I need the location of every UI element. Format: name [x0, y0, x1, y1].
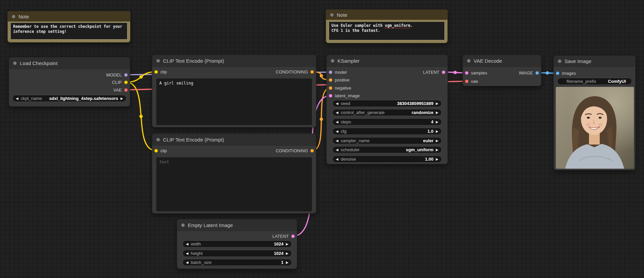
node-note-1-header[interactable]: Note — [8, 11, 130, 21]
decrement-arrow-icon[interactable]: ◀ — [186, 261, 189, 264]
model-input-port[interactable] — [329, 70, 332, 74]
image-output-port[interactable] — [535, 71, 539, 75]
input-slot-images: images — [556, 70, 576, 76]
clip-input-port[interactable] — [154, 70, 158, 74]
decrement-arrow-icon[interactable]: ◀ — [336, 148, 338, 152]
samples-input-port[interactable] — [465, 71, 469, 75]
decrement-arrow-icon[interactable]: ◀ — [336, 120, 338, 124]
widget-label: ckpt_name — [21, 96, 42, 101]
conditioning-output-port[interactable] — [310, 149, 314, 153]
decrement-arrow-icon[interactable]: ◀ — [186, 252, 189, 255]
decrement-arrow-icon[interactable]: ◀ — [336, 130, 338, 133]
increment-arrow-icon[interactable]: ▶ — [286, 252, 288, 255]
link-midpoint-dot — [320, 74, 323, 77]
node-note-2-header[interactable]: Note — [326, 10, 447, 20]
collapse-dot-icon[interactable] — [331, 59, 334, 63]
output-label: VAE — [113, 88, 122, 93]
images-input-port[interactable] — [556, 71, 559, 75]
collapse-dot-icon[interactable] — [156, 138, 160, 142]
vae-output-port[interactable] — [124, 88, 128, 92]
decrement-arrow-icon[interactable]: ◀ — [336, 111, 338, 114]
clip-output-port[interactable] — [124, 80, 128, 84]
node-title: Note — [337, 12, 347, 18]
input-label: clip — [160, 148, 167, 153]
control-after-generate-widget[interactable]: ◀ control_after_generate randomize ▶ — [332, 109, 442, 116]
cfg-widget[interactable]: ◀ cfg 1.0 ▶ — [332, 128, 442, 135]
link-clip — [126, 82, 156, 151]
ckpt-name-widget[interactable]: ◀ ckpt_name sdxl_lightning_4step.safeten… — [12, 95, 126, 102]
decrement-arrow-icon[interactable]: ◀ — [336, 139, 338, 143]
widget-value: sdxl_lightning_4step.safetensors — [49, 96, 118, 101]
node-title: CLIP Text Encode (Prompt) — [163, 58, 224, 64]
height-widget[interactable]: ◀ height 1024 ▶ — [182, 250, 292, 257]
filename-prefix-widget[interactable]: filename_prefix ComfyUI — [557, 78, 632, 85]
decrement-arrow-icon[interactable]: ◀ — [336, 158, 338, 161]
negative-prompt-textarea[interactable] — [156, 157, 312, 211]
scheduler-widget[interactable]: ◀ scheduler sgm_uniform ▶ — [332, 146, 442, 153]
positive-input-port[interactable] — [329, 78, 332, 82]
output-slot-latent: LATENT — [272, 233, 295, 239]
collapse-dot-icon[interactable] — [12, 15, 15, 18]
node-vae-decode-header[interactable]: VAE Decode — [463, 55, 541, 67]
link-midpoint-dot — [546, 71, 549, 75]
output-label: MODEL — [106, 72, 122, 77]
node-clip-text-encode-positive: CLIP Text Encode (Prompt) clip CONDITION… — [152, 55, 316, 127]
width-widget[interactable]: ◀ width 1024 ▶ — [182, 240, 292, 247]
input-label: images — [562, 71, 576, 76]
clip-input-port[interactable] — [154, 149, 158, 153]
increment-arrow-icon[interactable]: ▶ — [436, 158, 438, 161]
seed-widget[interactable]: ◀ seed 383043859951889 ▶ — [332, 100, 442, 107]
input-slot-positive: positive — [329, 77, 350, 83]
increment-arrow-icon[interactable]: ▶ — [436, 102, 438, 105]
vae-input-port[interactable] — [465, 79, 469, 83]
negative-input-port[interactable] — [329, 86, 332, 90]
output-label: CLIP — [112, 80, 122, 85]
decrement-arrow-icon[interactable]: ◀ — [336, 102, 338, 105]
output-label: IMAGE — [519, 70, 533, 75]
conditioning-output-port[interactable] — [310, 70, 314, 74]
output-slot-image: IMAGE — [519, 70, 539, 76]
increment-arrow-icon[interactable]: ▶ — [286, 242, 288, 246]
node-empty-latent-header[interactable]: Empty Latent Image — [177, 219, 297, 231]
output-slot-clip: CLIP — [112, 79, 128, 85]
increment-arrow-icon[interactable]: ▶ — [436, 139, 438, 143]
node-save-image-header[interactable]: Save Image — [554, 56, 635, 67]
note-text[interactable]: Remember to use the correct checkpoint f… — [10, 22, 127, 40]
model-output-port[interactable] — [124, 73, 128, 77]
note-text[interactable]: Use Euler sampler with sgm_uniform. CFG … — [329, 21, 445, 40]
node-ksampler-header[interactable]: KSampler — [327, 55, 447, 67]
node-clip-negative-header[interactable]: CLIP Text Encode (Prompt) — [152, 134, 316, 146]
increment-arrow-icon[interactable]: ▶ — [436, 111, 438, 114]
link-midpoint-dot — [140, 75, 143, 79]
positive-prompt-textarea[interactable]: A girl smiling — [156, 78, 312, 125]
input-slot-negative: negative — [329, 85, 351, 91]
sampler-name-widget[interactable]: ◀ sampler_name euler ▶ — [332, 137, 442, 144]
latent-output-port[interactable] — [442, 70, 445, 74]
output-label: CONDITIONING — [276, 69, 308, 74]
collapse-dot-icon[interactable] — [558, 59, 561, 63]
output-slot-model: MODEL — [106, 72, 128, 78]
increment-arrow-icon[interactable]: ▶ — [286, 261, 288, 264]
increment-arrow-icon[interactable]: ▶ — [120, 97, 123, 100]
increment-arrow-icon[interactable]: ▶ — [436, 130, 438, 133]
collapse-dot-icon[interactable] — [156, 59, 160, 63]
steps-widget[interactable]: ◀ steps 4 ▶ — [332, 118, 442, 125]
collapse-dot-icon[interactable] — [467, 59, 471, 63]
collapse-dot-icon[interactable] — [13, 61, 17, 65]
increment-arrow-icon[interactable]: ▶ — [436, 148, 438, 152]
decrement-arrow-icon[interactable]: ◀ — [186, 242, 189, 246]
decrement-arrow-icon[interactable]: ◀ — [16, 97, 18, 100]
node-clip-positive-header[interactable]: CLIP Text Encode (Prompt) — [152, 55, 316, 67]
collapse-dot-icon[interactable] — [181, 223, 185, 227]
input-label: samples — [471, 70, 487, 75]
collapse-dot-icon[interactable] — [330, 13, 334, 17]
increment-arrow-icon[interactable]: ▶ — [436, 120, 438, 124]
node-load-checkpoint-header[interactable]: Load Checkpoint — [9, 57, 130, 69]
batch-size-widget[interactable]: ◀ batch_size 1 ▶ — [182, 259, 292, 266]
node-graph-canvas[interactable]: Note Remember to use the correct checkpo… — [0, 0, 644, 278]
denoise-widget[interactable]: ◀ denoise 1.00 ▶ — [332, 156, 442, 163]
generated-image-preview — [556, 87, 634, 169]
latent-image-input-port[interactable] — [329, 94, 332, 98]
latent-output-port[interactable] — [291, 234, 295, 238]
link-midpoint-dot — [320, 118, 323, 121]
